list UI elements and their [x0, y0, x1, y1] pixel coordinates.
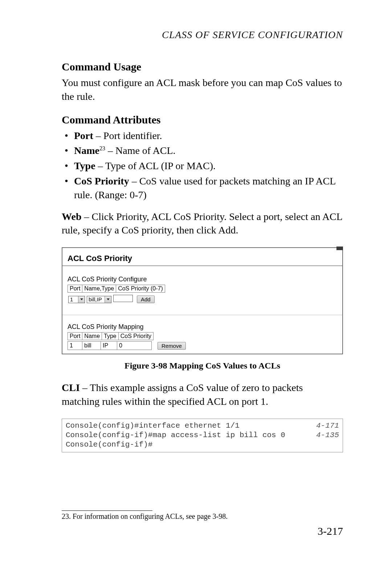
running-header: CLASS OF SERVICE CONFIGURATION — [62, 29, 343, 41]
figure-caption: Figure 3-98 Mapping CoS Values to ACLs — [62, 361, 343, 371]
document-page: CLASS OF SERVICE CONFIGURATION Command U… — [0, 0, 392, 570]
table-row: 1 bill IP 0 Remove — [68, 342, 188, 350]
divider — [62, 265, 342, 266]
cli-text: – This example assigns a CoS value of ze… — [62, 382, 303, 407]
col-nametype: Name,Type — [82, 285, 116, 293]
col-cos-priority: CoS Priority — [118, 333, 153, 340]
attr-label: Type — [74, 160, 95, 171]
footnote: 23. For information on configuring ACLs,… — [62, 512, 343, 521]
footnote-rule — [62, 510, 152, 511]
footnote-ref: 23 — [99, 145, 105, 151]
list-item: Name23 – Name of ACL. — [74, 144, 343, 158]
configure-section-label: ACL CoS Priority Configure — [68, 276, 337, 283]
add-button[interactable]: Add — [137, 296, 155, 303]
heading-command-attributes: Command Attributes — [62, 114, 343, 126]
attribute-list: Port – Port identifier. Name23 – Name of… — [62, 129, 343, 202]
web-text: – Click Priority, ACL CoS Priority. Sele… — [62, 211, 342, 236]
cell-name: bill — [82, 342, 101, 350]
attr-label: CoS Priority — [74, 175, 129, 187]
col-name: Name — [82, 333, 102, 340]
port-dropdown-value: 1 — [69, 296, 78, 303]
cli-output: Console(config)#interface ethernet 1/1 4… — [62, 419, 343, 452]
mapping-section-label: ACL CoS Priority Mapping — [68, 323, 337, 331]
col-port: Port — [68, 333, 82, 340]
cell-port: 1 — [68, 342, 82, 350]
mapping-table-body: 1 bill IP 0 Remove — [68, 341, 188, 350]
col-cos-priority: CoS Priority (0-7) — [116, 285, 165, 293]
cli-prompt: Console(config-if)# — [66, 440, 152, 449]
col-port: Port — [68, 285, 82, 293]
attr-desc: – Name of ACL. — [105, 145, 176, 156]
cli-command: Console(config)#interface ethernet 1/1 — [66, 421, 240, 431]
list-item: CoS Priority – CoS value used for packet… — [74, 174, 343, 202]
attr-label: Port — [74, 130, 93, 141]
cell-cos: 0 — [117, 342, 152, 350]
heading-command-usage: Command Usage — [62, 61, 343, 73]
cos-priority-input[interactable] — [113, 295, 133, 302]
command-usage-text: You must configure an ACL mask before yo… — [62, 76, 343, 103]
cli-page-ref: 4-171 — [316, 421, 339, 431]
acl-cos-priority-panel: ACL CoS Priority ACL CoS Priority Config… — [62, 247, 343, 354]
nametype-dropdown[interactable]: bill,IP — [87, 296, 111, 303]
chevron-down-icon[interactable] — [78, 296, 85, 303]
web-label: Web — [62, 211, 81, 222]
attr-label: Name — [74, 145, 99, 156]
page-number: 3-217 — [318, 525, 343, 537]
cli-command: Console(config-if)#map access-list ip bi… — [66, 431, 285, 440]
chevron-down-icon[interactable] — [105, 296, 111, 303]
attr-desc: – Port identifier. — [93, 130, 162, 141]
panel-title: ACL CoS Priority — [68, 254, 337, 263]
nametype-dropdown-value: bill,IP — [87, 296, 105, 303]
web-instructions: Web – Click Priority, ACL CoS Priority. … — [62, 210, 343, 237]
divider — [62, 315, 342, 315]
attr-desc: – Type of ACL (IP or MAC). — [95, 160, 216, 171]
mapping-table: Port Name Type CoS Priority — [68, 332, 154, 340]
remove-button[interactable]: Remove — [158, 342, 186, 350]
col-type: Type — [102, 333, 119, 340]
configure-table: Port Name,Type CoS Priority (0-7) — [68, 285, 165, 293]
cli-description: CLI – This example assigns a CoS value o… — [62, 381, 343, 408]
window-grip-icon — [336, 247, 343, 250]
list-item: Type – Type of ACL (IP or MAC). — [74, 159, 343, 173]
list-item: Port – Port identifier. — [74, 129, 343, 143]
cli-page-ref: 4-135 — [316, 431, 339, 440]
port-dropdown[interactable]: 1 — [68, 296, 85, 303]
cli-label: CLI — [62, 382, 80, 393]
configure-controls: 1 bill,IP Add — [68, 294, 155, 305]
cell-type: IP — [101, 342, 117, 350]
